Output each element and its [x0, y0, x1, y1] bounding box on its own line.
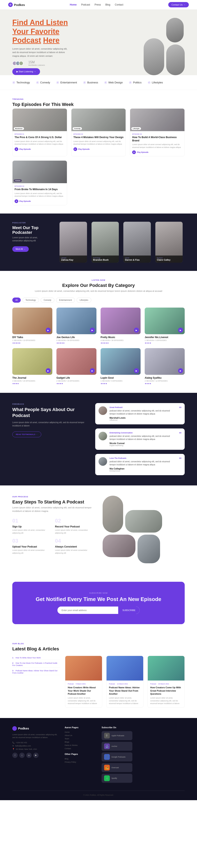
blog-content: 1 How To Write About Your Work 2 How To …: [12, 656, 185, 708]
footer-link-blog[interactable]: Blog: [65, 758, 95, 760]
footer-link-team[interactable]: Team: [65, 738, 95, 740]
spotify-badge[interactable]: ♫ Spotify: [102, 774, 132, 783]
podcast-play-3[interactable]: ▶: [134, 328, 139, 333]
overcast-badge[interactable]: 📻 Overcast: [102, 763, 132, 772]
podcast-meta-7: 1 SEASON • 8 EPISODES: [101, 380, 141, 382]
top-episodes-section: TRENDING Top Episodes For This Week Busi…: [0, 90, 197, 214]
episode-card-1: Business EPISODE 01 The Pros & Cons Of A…: [12, 108, 67, 156]
podcast-play-7[interactable]: ▶: [134, 368, 139, 373]
category-entertainment[interactable]: ✓ Entertainment: [56, 81, 77, 84]
linkedin-icon[interactable]: in: [26, 753, 32, 758]
facebook-icon[interactable]: f: [12, 753, 18, 758]
blog-title-1: How Creators Write About Your Work Shade…: [68, 686, 100, 695]
podcast-cover-7: ▶: [101, 348, 141, 375]
podcasters-desc: Lorem ipsum dolor sit amet, consectetur …: [12, 236, 45, 242]
footer-link-about[interactable]: About Us: [65, 735, 95, 737]
category-technology[interactable]: ✓ Technology: [12, 81, 30, 84]
footer-other-pages-title: Other Pages: [65, 753, 95, 755]
podcast-grid: ▶ DIY Talks 1 SEASON • 10 EPISODES ★★★★★…: [12, 308, 185, 384]
hero-images: [98, 18, 185, 75]
blog-meta-1: Podcast 5 March 2021: [68, 683, 100, 685]
hero-description: Lorem ipsum dolor sit amet, consectetur …: [12, 47, 70, 58]
episode-play-1[interactable]: ▶ Play Episode: [15, 147, 65, 151]
podcast-play-6[interactable]: ▶: [90, 368, 95, 373]
testimonial-name-2: Nicole Cunnal: [110, 442, 177, 444]
explore-label: LISTEN NOW: [12, 279, 185, 281]
category-webdesign[interactable]: ✓ Web Design: [104, 81, 123, 84]
footer-link-privacy[interactable]: Privacy Policy: [65, 761, 95, 763]
podcast-cover-4: ▶: [145, 308, 185, 334]
apple-podcasts-icon: 🎙: [104, 733, 110, 739]
podcasters-label: PODCASTER: [12, 222, 53, 224]
category-lifestyles[interactable]: ✓ Lifestyles: [148, 81, 163, 84]
process-step-3: 03 Upload Your Podcast Lorem ipsum dolor…: [12, 538, 52, 555]
podcast-play-1[interactable]: ▶: [46, 328, 51, 333]
anchor-badge[interactable]: ⚓ Anchor: [102, 742, 132, 751]
nav-contact[interactable]: Contact: [115, 3, 123, 6]
read-testimonials-button[interactable]: READ TESTIMONIALS →: [12, 432, 41, 437]
hero-headline: Find And Listen Your Favorite Podcast He…: [12, 18, 98, 45]
footer-link-home[interactable]: Home: [65, 731, 95, 733]
episode-desc-1: Lorem ipsum dolor sit amet connect adipi…: [15, 140, 65, 146]
testimonial-role-3: Entrepreneur: [110, 470, 177, 472]
podcasters-title: Meet Our Top Podcaster: [12, 225, 53, 235]
footer-link-blogs[interactable]: Blogs: [65, 741, 95, 743]
testimonials-left: FEEDBACK What People Says About Our Podc…: [12, 403, 87, 475]
tab-technology[interactable]: Technology: [22, 298, 39, 303]
tab-all[interactable]: All: [12, 298, 21, 303]
podcast-play-2[interactable]: ▶: [90, 328, 95, 333]
category-politics[interactable]: ✓ Politics: [129, 81, 141, 84]
subscribe-form: SUBSCRIBE: [57, 607, 140, 614]
episode-play-3[interactable]: ▶ Play Episode: [132, 150, 182, 154]
episode-title-1: The Pros & Cons Of A Strong U.S. Dollar: [15, 136, 65, 139]
subscribe-email-input[interactable]: [57, 607, 118, 614]
nav-podcast[interactable]: Podcast: [81, 3, 90, 6]
blog-image-1: [65, 656, 102, 681]
footer-link-contact[interactable]: Contact: [65, 747, 95, 750]
youtube-icon[interactable]: ▶: [33, 753, 38, 758]
testimonial-avatar-2: [98, 432, 107, 440]
process-section: OUR PROCESS Easy Steps To Starting A Pod…: [0, 486, 197, 574]
process-image-4: [138, 535, 160, 563]
episode-play-2[interactable]: ▶ Play Episode: [74, 147, 124, 151]
podcaster-card-2: Technology Brandon Bush: [91, 222, 119, 263]
blog-sidebar-link-3[interactable]: 3 Podcast Name Ideas: Advise Your Show S…: [12, 669, 60, 675]
blog-sidebar-link-1[interactable]: 1 How To Write About Your Work: [12, 656, 60, 660]
blog-sidebar-link-2[interactable]: 2 How To Use Music For Podcasts: A Pract…: [12, 661, 60, 668]
tab-entertainment[interactable]: Entertainment: [56, 298, 75, 303]
podcasters-section: PODCASTER Meet Our Top Podcaster Lorem i…: [0, 214, 197, 271]
podcast-meta-3: 4 SEASON • 30 EPISODES: [101, 339, 141, 341]
cat-dot-politics: ✓: [129, 81, 132, 84]
nav-home[interactable]: Home: [70, 3, 77, 6]
podcast-play-5[interactable]: ▶: [46, 368, 51, 373]
podcaster-name-1: Zahraa Kay: [61, 258, 85, 261]
nav-press[interactable]: Press: [94, 3, 101, 6]
nav-cta-button[interactable]: Contact Us →: [168, 2, 189, 7]
episode-card-2: Comedy EPISODE 02 These 4 Mistakes Will …: [71, 108, 126, 156]
subscribe-label: SUBSCRIBE NOW: [25, 592, 172, 594]
episode-desc-2: Lorem ipsum dolor sit amet connect adipi…: [74, 140, 124, 146]
category-business[interactable]: ✓ Business: [83, 81, 98, 84]
subscribe-button[interactable]: SUBSCRIBE: [118, 607, 140, 614]
twitter-icon[interactable]: t: [19, 753, 25, 758]
blog-desc-1: Lorem ipsum dolor sit amet, consectetur …: [68, 697, 100, 705]
podcaster-role-1: Lifestyle: [61, 257, 85, 258]
footer-link-dates[interactable]: Dares & Stories: [65, 744, 95, 746]
category-comedy[interactable]: ✓ Comedy: [36, 81, 50, 84]
nav-blog[interactable]: Blog: [105, 3, 110, 6]
google-podcasts-badge[interactable]: 🎵 Google Podcasts: [102, 752, 132, 762]
episode-play-4[interactable]: ▶ Play Episode: [15, 199, 65, 203]
testimonial-card-2: Entertaining Conversation podcast dolor …: [95, 429, 185, 450]
podcast-play-4[interactable]: ▶: [178, 328, 183, 333]
podcaster-role-3: Career: [125, 257, 149, 258]
apple-podcasts-badge[interactable]: 🎙 Apple Podcasts: [102, 731, 132, 740]
tab-lifestyles[interactable]: Lifestyles: [77, 298, 91, 303]
podcast-play-8[interactable]: ▶: [178, 368, 183, 373]
meet-podcasters-button[interactable]: Meet All →: [12, 246, 29, 252]
tab-comedy[interactable]: Comedy: [40, 298, 54, 303]
nav-links: Home Podcast Press Blog Contact: [70, 3, 123, 6]
podcaster-role-2: Technology: [93, 257, 117, 258]
testimonial-quote-3: podcast dolor sit amet, consectetur adip…: [110, 460, 177, 466]
podcast-name-6: Gadget Life: [56, 376, 96, 379]
start-listening-button[interactable]: ▶ Start Listening →: [12, 68, 40, 75]
